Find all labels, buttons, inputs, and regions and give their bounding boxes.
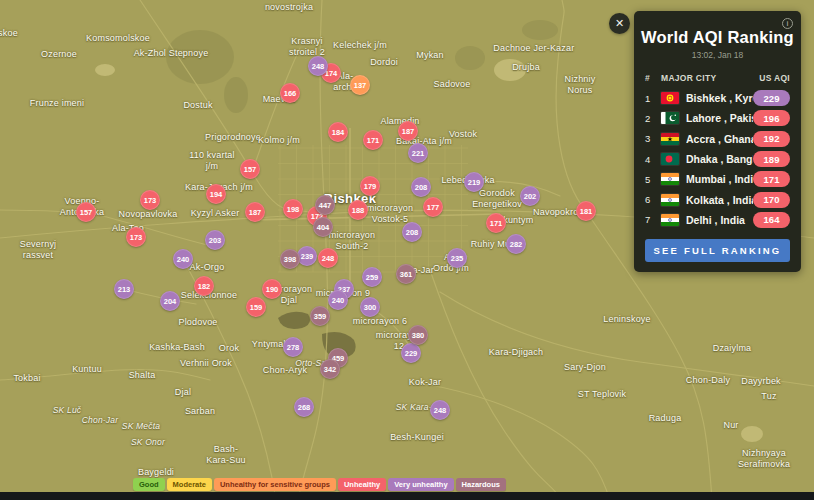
aqi-value-badge: 171 <box>753 171 790 187</box>
aqi-marker[interactable]: 188 <box>348 200 368 220</box>
ranking-city: Lahore , Pakistan <box>686 112 753 124</box>
aqi-marker[interactable]: 187 <box>398 121 418 141</box>
ranking-row[interactable]: 2Lahore , Pakistan196 <box>634 108 801 128</box>
aqi-marker[interactable]: 213 <box>114 279 134 299</box>
aqi-marker[interactable]: 173 <box>126 227 146 247</box>
aqi-marker[interactable]: 248 <box>430 400 450 420</box>
col-city: MAJOR CITY <box>661 73 750 83</box>
ranking-row[interactable]: 3Accra , Ghana192 <box>634 129 801 149</box>
bottom-bar <box>0 492 814 500</box>
aqi-marker[interactable]: 240 <box>328 290 348 310</box>
aqi-marker[interactable]: 268 <box>294 397 314 417</box>
col-rank: # <box>645 73 661 83</box>
aqi-legend: GoodModerateUnhealthy for sensitive grou… <box>133 478 506 491</box>
aqi-marker[interactable]: 404 <box>313 217 333 237</box>
legend-item: Hazardous <box>456 478 506 491</box>
in-flag-icon <box>661 214 679 226</box>
aqi-marker[interactable]: 248 <box>308 56 328 76</box>
aqi-marker[interactable]: 157 <box>240 159 260 179</box>
info-icon-glyph: i <box>787 20 789 27</box>
aqi-marker[interactable]: 187 <box>245 202 265 222</box>
aqi-marker[interactable]: 278 <box>283 337 303 357</box>
aqi-marker[interactable]: 240 <box>173 249 193 269</box>
aqi-marker[interactable]: 398 <box>280 249 300 269</box>
col-aqi: US AQI <box>750 73 790 83</box>
aqi-marker[interactable]: 208 <box>402 222 422 242</box>
aqi-marker[interactable]: 182 <box>194 276 214 296</box>
see-full-ranking-button[interactable]: SEE FULL RANKING <box>645 239 790 262</box>
aqi-marker[interactable]: 159 <box>246 297 266 317</box>
ranking-row[interactable]: 7Delhi , India164 <box>634 210 801 230</box>
ranking-header-row: # MAJOR CITY US AQI <box>634 73 801 83</box>
ranking-city: Kolkata , India <box>686 194 753 206</box>
aqi-marker[interactable]: 190 <box>262 279 282 299</box>
aqi-marker[interactable]: 359 <box>310 306 330 326</box>
aqi-marker[interactable]: 235 <box>447 248 467 268</box>
aqi-marker[interactable]: 282 <box>506 234 526 254</box>
aqi-marker[interactable]: 259 <box>362 267 382 287</box>
legend-item: Moderate <box>167 478 212 491</box>
ranking-rank: 6 <box>645 194 661 205</box>
aqi-marker[interactable]: 361 <box>396 264 416 284</box>
ranking-row[interactable]: 6Kolkata , India170 <box>634 189 801 209</box>
world-aqi-ranking-panel: i World AQI Ranking 13:02, Jan 18 # MAJO… <box>634 11 801 272</box>
gh-flag-icon <box>661 133 679 145</box>
aqi-value-badge: 189 <box>753 151 790 167</box>
bd-flag-icon <box>661 153 679 165</box>
aqi-marker[interactable]: 171 <box>363 130 383 150</box>
aqi-marker[interactable]: 208 <box>411 177 431 197</box>
aqi-marker[interactable]: 173 <box>140 190 160 210</box>
in-flag-icon <box>661 194 679 206</box>
legend-item: Unhealthy <box>338 478 386 491</box>
aqi-marker[interactable]: 181 <box>576 201 596 221</box>
ranking-rank: 1 <box>645 93 661 104</box>
aqi-marker[interactable]: 447 <box>315 195 335 215</box>
aqi-marker[interactable]: 194 <box>206 184 226 204</box>
aqi-marker[interactable]: 171 <box>486 213 506 233</box>
ranking-row[interactable]: 4Dhaka , Bangladesh189 <box>634 149 801 169</box>
aqi-marker[interactable]: 179 <box>360 176 380 196</box>
aqi-marker[interactable]: 342 <box>320 359 340 379</box>
legend-item: Good <box>133 478 165 491</box>
in-flag-icon <box>661 173 679 185</box>
aqi-marker[interactable]: 198 <box>283 199 303 219</box>
aqi-marker[interactable]: 221 <box>408 143 428 163</box>
aqi-value-badge: 196 <box>753 110 790 126</box>
aqi-marker[interactable]: 184 <box>328 122 348 142</box>
ranking-rank: 2 <box>645 113 661 124</box>
aqi-map-screen: novostrojkaskoeKomsomolskoeOzernoeAk-Zho… <box>0 0 814 500</box>
ranking-city: Dhaka , Bangladesh <box>686 153 753 165</box>
ranking-row[interactable]: 1Bishkek , Kyrgyzstan229 <box>634 88 801 108</box>
aqi-marker[interactable]: 157 <box>76 202 96 222</box>
aqi-value-badge: 170 <box>753 192 790 208</box>
aqi-marker[interactable]: 300 <box>360 297 380 317</box>
ranking-city: Mumbai , India <box>686 173 753 185</box>
ranking-rows: 1Bishkek , Kyrgyzstan2292Lahore , Pakist… <box>634 88 801 230</box>
info-icon[interactable]: i <box>782 18 793 29</box>
aqi-marker[interactable]: 204 <box>160 291 180 311</box>
aqi-marker[interactable]: 248 <box>318 248 338 268</box>
aqi-marker[interactable]: 202 <box>520 186 540 206</box>
close-icon: ✕ <box>615 17 624 30</box>
ranking-city: Bishkek , Kyrgyzstan <box>686 92 753 104</box>
aqi-marker[interactable]: 177 <box>423 197 443 217</box>
aqi-marker[interactable]: 380 <box>408 325 428 345</box>
aqi-marker[interactable]: 203 <box>205 230 225 250</box>
aqi-marker[interactable]: 166 <box>280 83 300 103</box>
aqi-value-badge: 229 <box>753 90 790 106</box>
ranking-city: Delhi , India <box>686 214 753 226</box>
panel-timestamp: 13:02, Jan 18 <box>634 50 801 60</box>
aqi-value-badge: 164 <box>753 212 790 228</box>
ranking-rank: 7 <box>645 214 661 225</box>
ranking-rank: 4 <box>645 154 661 165</box>
aqi-marker[interactable]: 219 <box>464 172 484 192</box>
aqi-marker[interactable]: 239 <box>297 246 317 266</box>
ranking-row[interactable]: 5Mumbai , India171 <box>634 169 801 189</box>
aqi-marker[interactable]: 137 <box>350 75 370 95</box>
panel-title: World AQI Ranking <box>634 28 801 47</box>
close-panel-button[interactable]: ✕ <box>609 13 630 34</box>
ranking-rank: 3 <box>645 133 661 144</box>
aqi-marker[interactable]: 229 <box>401 343 421 363</box>
kg-flag-icon <box>661 92 679 104</box>
legend-item: Very unhealthy <box>388 478 453 491</box>
